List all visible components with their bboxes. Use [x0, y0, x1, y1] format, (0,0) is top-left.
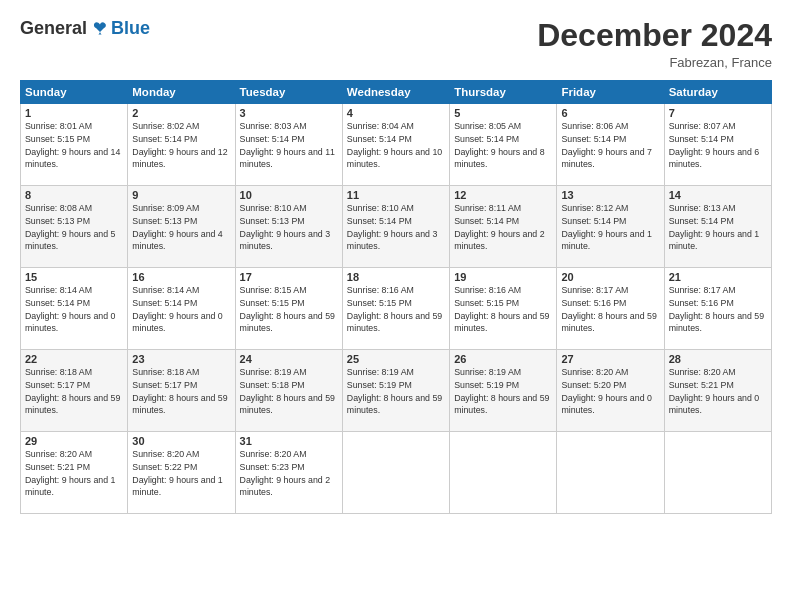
calendar-week-2: 8 Sunrise: 8:08 AMSunset: 5:13 PMDayligh… [21, 186, 772, 268]
col-wednesday: Wednesday [342, 81, 449, 104]
day-info: Sunrise: 8:18 AMSunset: 5:17 PMDaylight:… [25, 367, 120, 415]
day-info: Sunrise: 8:09 AMSunset: 5:13 PMDaylight:… [132, 203, 222, 251]
table-row: 17 Sunrise: 8:15 AMSunset: 5:15 PMDaylig… [235, 268, 342, 350]
day-info: Sunrise: 8:19 AMSunset: 5:18 PMDaylight:… [240, 367, 335, 415]
logo-blue-text: Blue [111, 18, 150, 39]
day-info: Sunrise: 8:10 AMSunset: 5:14 PMDaylight:… [347, 203, 437, 251]
table-row: 31 Sunrise: 8:20 AMSunset: 5:23 PMDaylig… [235, 432, 342, 514]
page-header: General Blue December 2024 Fabrezan, Fra… [20, 18, 772, 70]
col-thursday: Thursday [450, 81, 557, 104]
day-number: 27 [561, 353, 659, 365]
month-title: December 2024 [537, 18, 772, 53]
table-row: 21 Sunrise: 8:17 AMSunset: 5:16 PMDaylig… [664, 268, 771, 350]
table-row: 30 Sunrise: 8:20 AMSunset: 5:22 PMDaylig… [128, 432, 235, 514]
day-info: Sunrise: 8:14 AMSunset: 5:14 PMDaylight:… [25, 285, 115, 333]
table-row: 1 Sunrise: 8:01 AMSunset: 5:15 PMDayligh… [21, 104, 128, 186]
day-number: 21 [669, 271, 767, 283]
day-number: 3 [240, 107, 338, 119]
table-row: 12 Sunrise: 8:11 AMSunset: 5:14 PMDaylig… [450, 186, 557, 268]
day-info: Sunrise: 8:06 AMSunset: 5:14 PMDaylight:… [561, 121, 651, 169]
day-number: 18 [347, 271, 445, 283]
day-info: Sunrise: 8:18 AMSunset: 5:17 PMDaylight:… [132, 367, 227, 415]
day-number: 4 [347, 107, 445, 119]
logo: General Blue [20, 18, 150, 39]
title-area: December 2024 Fabrezan, France [537, 18, 772, 70]
day-info: Sunrise: 8:17 AMSunset: 5:16 PMDaylight:… [669, 285, 764, 333]
col-friday: Friday [557, 81, 664, 104]
day-info: Sunrise: 8:11 AMSunset: 5:14 PMDaylight:… [454, 203, 544, 251]
day-number: 17 [240, 271, 338, 283]
day-info: Sunrise: 8:10 AMSunset: 5:13 PMDaylight:… [240, 203, 330, 251]
day-info: Sunrise: 8:20 AMSunset: 5:23 PMDaylight:… [240, 449, 330, 497]
calendar-week-4: 22 Sunrise: 8:18 AMSunset: 5:17 PMDaylig… [21, 350, 772, 432]
day-info: Sunrise: 8:16 AMSunset: 5:15 PMDaylight:… [347, 285, 442, 333]
day-info: Sunrise: 8:20 AMSunset: 5:21 PMDaylight:… [669, 367, 759, 415]
day-info: Sunrise: 8:04 AMSunset: 5:14 PMDaylight:… [347, 121, 442, 169]
table-row: 27 Sunrise: 8:20 AMSunset: 5:20 PMDaylig… [557, 350, 664, 432]
table-row: 3 Sunrise: 8:03 AMSunset: 5:14 PMDayligh… [235, 104, 342, 186]
table-row: 19 Sunrise: 8:16 AMSunset: 5:15 PMDaylig… [450, 268, 557, 350]
table-row: 11 Sunrise: 8:10 AMSunset: 5:14 PMDaylig… [342, 186, 449, 268]
location-subtitle: Fabrezan, France [537, 55, 772, 70]
table-row: 13 Sunrise: 8:12 AMSunset: 5:14 PMDaylig… [557, 186, 664, 268]
table-row: 29 Sunrise: 8:20 AMSunset: 5:21 PMDaylig… [21, 432, 128, 514]
day-info: Sunrise: 8:20 AMSunset: 5:22 PMDaylight:… [132, 449, 222, 497]
table-row: 7 Sunrise: 8:07 AMSunset: 5:14 PMDayligh… [664, 104, 771, 186]
day-number: 9 [132, 189, 230, 201]
day-number: 10 [240, 189, 338, 201]
table-row: 16 Sunrise: 8:14 AMSunset: 5:14 PMDaylig… [128, 268, 235, 350]
day-number: 13 [561, 189, 659, 201]
day-number: 25 [347, 353, 445, 365]
day-number: 11 [347, 189, 445, 201]
day-number: 26 [454, 353, 552, 365]
table-row: 20 Sunrise: 8:17 AMSunset: 5:16 PMDaylig… [557, 268, 664, 350]
day-number: 30 [132, 435, 230, 447]
table-row: 26 Sunrise: 8:19 AMSunset: 5:19 PMDaylig… [450, 350, 557, 432]
day-info: Sunrise: 8:08 AMSunset: 5:13 PMDaylight:… [25, 203, 115, 251]
table-row: 10 Sunrise: 8:10 AMSunset: 5:13 PMDaylig… [235, 186, 342, 268]
day-number: 31 [240, 435, 338, 447]
day-info: Sunrise: 8:19 AMSunset: 5:19 PMDaylight:… [454, 367, 549, 415]
table-row [450, 432, 557, 514]
day-info: Sunrise: 8:17 AMSunset: 5:16 PMDaylight:… [561, 285, 656, 333]
day-info: Sunrise: 8:03 AMSunset: 5:14 PMDaylight:… [240, 121, 335, 169]
table-row: 18 Sunrise: 8:16 AMSunset: 5:15 PMDaylig… [342, 268, 449, 350]
day-info: Sunrise: 8:20 AMSunset: 5:20 PMDaylight:… [561, 367, 651, 415]
logo-bird-icon [91, 20, 109, 38]
day-number: 15 [25, 271, 123, 283]
day-number: 20 [561, 271, 659, 283]
table-row: 23 Sunrise: 8:18 AMSunset: 5:17 PMDaylig… [128, 350, 235, 432]
col-saturday: Saturday [664, 81, 771, 104]
table-row: 14 Sunrise: 8:13 AMSunset: 5:14 PMDaylig… [664, 186, 771, 268]
table-row [664, 432, 771, 514]
table-row: 28 Sunrise: 8:20 AMSunset: 5:21 PMDaylig… [664, 350, 771, 432]
day-info: Sunrise: 8:20 AMSunset: 5:21 PMDaylight:… [25, 449, 115, 497]
calendar-table: Sunday Monday Tuesday Wednesday Thursday… [20, 80, 772, 514]
table-row [557, 432, 664, 514]
day-info: Sunrise: 8:12 AMSunset: 5:14 PMDaylight:… [561, 203, 651, 251]
day-number: 7 [669, 107, 767, 119]
day-info: Sunrise: 8:15 AMSunset: 5:15 PMDaylight:… [240, 285, 335, 333]
day-info: Sunrise: 8:19 AMSunset: 5:19 PMDaylight:… [347, 367, 442, 415]
table-row [342, 432, 449, 514]
table-row: 5 Sunrise: 8:05 AMSunset: 5:14 PMDayligh… [450, 104, 557, 186]
day-number: 2 [132, 107, 230, 119]
day-number: 19 [454, 271, 552, 283]
day-number: 1 [25, 107, 123, 119]
table-row: 9 Sunrise: 8:09 AMSunset: 5:13 PMDayligh… [128, 186, 235, 268]
col-tuesday: Tuesday [235, 81, 342, 104]
day-info: Sunrise: 8:01 AMSunset: 5:15 PMDaylight:… [25, 121, 120, 169]
day-number: 8 [25, 189, 123, 201]
day-number: 23 [132, 353, 230, 365]
day-info: Sunrise: 8:16 AMSunset: 5:15 PMDaylight:… [454, 285, 549, 333]
day-number: 24 [240, 353, 338, 365]
day-info: Sunrise: 8:05 AMSunset: 5:14 PMDaylight:… [454, 121, 544, 169]
day-number: 28 [669, 353, 767, 365]
table-row: 15 Sunrise: 8:14 AMSunset: 5:14 PMDaylig… [21, 268, 128, 350]
calendar-week-1: 1 Sunrise: 8:01 AMSunset: 5:15 PMDayligh… [21, 104, 772, 186]
calendar-header-row: Sunday Monday Tuesday Wednesday Thursday… [21, 81, 772, 104]
day-info: Sunrise: 8:13 AMSunset: 5:14 PMDaylight:… [669, 203, 759, 251]
logo-general-text: General [20, 18, 87, 39]
day-number: 22 [25, 353, 123, 365]
day-number: 5 [454, 107, 552, 119]
